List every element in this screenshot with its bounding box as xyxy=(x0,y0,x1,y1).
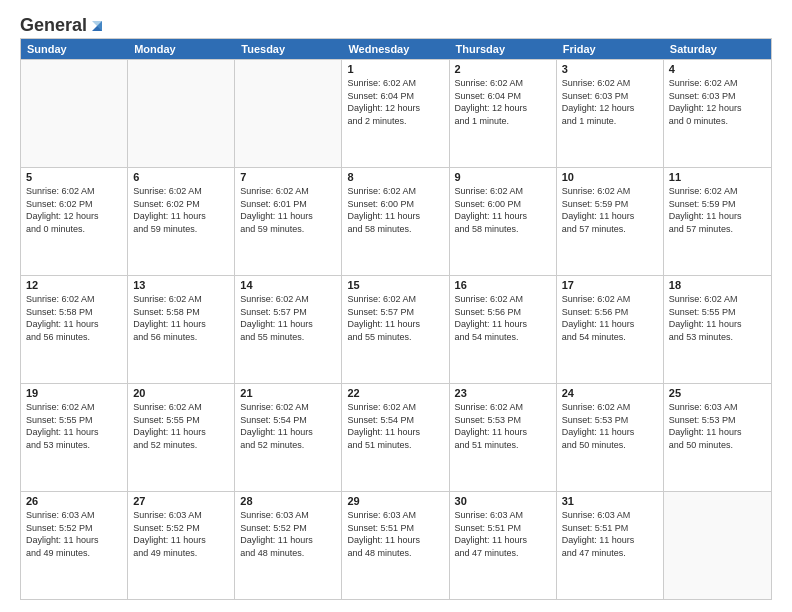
cal-cell: 28Sunrise: 6:03 AMSunset: 5:52 PMDayligh… xyxy=(235,492,342,599)
day-number: 17 xyxy=(562,279,658,291)
cal-cell: 5Sunrise: 6:02 AMSunset: 6:02 PMDaylight… xyxy=(21,168,128,275)
day-number: 22 xyxy=(347,387,443,399)
day-number: 2 xyxy=(455,63,551,75)
day-number: 18 xyxy=(669,279,766,291)
cell-info: Sunrise: 6:02 AMSunset: 6:04 PMDaylight:… xyxy=(347,77,443,127)
cell-info: Sunrise: 6:03 AMSunset: 5:52 PMDaylight:… xyxy=(26,509,122,559)
day-number: 29 xyxy=(347,495,443,507)
day-number: 9 xyxy=(455,171,551,183)
day-number: 6 xyxy=(133,171,229,183)
day-number: 24 xyxy=(562,387,658,399)
cal-cell: 18Sunrise: 6:02 AMSunset: 5:55 PMDayligh… xyxy=(664,276,771,383)
cal-cell: 4Sunrise: 6:02 AMSunset: 6:03 PMDaylight… xyxy=(664,60,771,167)
day-number: 14 xyxy=(240,279,336,291)
cell-info: Sunrise: 6:02 AMSunset: 5:55 PMDaylight:… xyxy=(133,401,229,451)
cal-cell xyxy=(664,492,771,599)
header-day-friday: Friday xyxy=(557,39,664,59)
day-number: 28 xyxy=(240,495,336,507)
logo-general-text: General xyxy=(20,16,87,34)
cal-cell: 6Sunrise: 6:02 AMSunset: 6:02 PMDaylight… xyxy=(128,168,235,275)
day-number: 16 xyxy=(455,279,551,291)
logo-icon xyxy=(88,15,106,33)
cell-info: Sunrise: 6:02 AMSunset: 6:03 PMDaylight:… xyxy=(562,77,658,127)
calendar: SundayMondayTuesdayWednesdayThursdayFrid… xyxy=(20,38,772,600)
day-number: 7 xyxy=(240,171,336,183)
cal-cell: 9Sunrise: 6:02 AMSunset: 6:00 PMDaylight… xyxy=(450,168,557,275)
cal-cell: 2Sunrise: 6:02 AMSunset: 6:04 PMDaylight… xyxy=(450,60,557,167)
cell-info: Sunrise: 6:03 AMSunset: 5:51 PMDaylight:… xyxy=(562,509,658,559)
cal-cell: 7Sunrise: 6:02 AMSunset: 6:01 PMDaylight… xyxy=(235,168,342,275)
cal-cell: 3Sunrise: 6:02 AMSunset: 6:03 PMDaylight… xyxy=(557,60,664,167)
cal-cell: 11Sunrise: 6:02 AMSunset: 5:59 PMDayligh… xyxy=(664,168,771,275)
cal-cell: 13Sunrise: 6:02 AMSunset: 5:58 PMDayligh… xyxy=(128,276,235,383)
cal-cell: 19Sunrise: 6:02 AMSunset: 5:55 PMDayligh… xyxy=(21,384,128,491)
cal-cell: 31Sunrise: 6:03 AMSunset: 5:51 PMDayligh… xyxy=(557,492,664,599)
cal-cell: 1Sunrise: 6:02 AMSunset: 6:04 PMDaylight… xyxy=(342,60,449,167)
cal-cell: 15Sunrise: 6:02 AMSunset: 5:57 PMDayligh… xyxy=(342,276,449,383)
day-number: 1 xyxy=(347,63,443,75)
cal-cell: 24Sunrise: 6:02 AMSunset: 5:53 PMDayligh… xyxy=(557,384,664,491)
cell-info: Sunrise: 6:02 AMSunset: 5:58 PMDaylight:… xyxy=(26,293,122,343)
week-row-5: 26Sunrise: 6:03 AMSunset: 5:52 PMDayligh… xyxy=(21,491,771,599)
cell-info: Sunrise: 6:02 AMSunset: 5:55 PMDaylight:… xyxy=(669,293,766,343)
cell-info: Sunrise: 6:02 AMSunset: 6:00 PMDaylight:… xyxy=(455,185,551,235)
header-day-tuesday: Tuesday xyxy=(235,39,342,59)
cal-cell: 26Sunrise: 6:03 AMSunset: 5:52 PMDayligh… xyxy=(21,492,128,599)
cell-info: Sunrise: 6:02 AMSunset: 5:59 PMDaylight:… xyxy=(669,185,766,235)
day-number: 23 xyxy=(455,387,551,399)
cal-cell: 30Sunrise: 6:03 AMSunset: 5:51 PMDayligh… xyxy=(450,492,557,599)
cell-info: Sunrise: 6:02 AMSunset: 6:04 PMDaylight:… xyxy=(455,77,551,127)
cell-info: Sunrise: 6:02 AMSunset: 5:56 PMDaylight:… xyxy=(562,293,658,343)
cal-cell: 29Sunrise: 6:03 AMSunset: 5:51 PMDayligh… xyxy=(342,492,449,599)
day-number: 11 xyxy=(669,171,766,183)
cal-cell: 14Sunrise: 6:02 AMSunset: 5:57 PMDayligh… xyxy=(235,276,342,383)
cell-info: Sunrise: 6:03 AMSunset: 5:53 PMDaylight:… xyxy=(669,401,766,451)
header: General xyxy=(20,16,772,30)
header-day-monday: Monday xyxy=(128,39,235,59)
day-number: 27 xyxy=(133,495,229,507)
cell-info: Sunrise: 6:03 AMSunset: 5:51 PMDaylight:… xyxy=(347,509,443,559)
day-number: 19 xyxy=(26,387,122,399)
cal-cell: 10Sunrise: 6:02 AMSunset: 5:59 PMDayligh… xyxy=(557,168,664,275)
cell-info: Sunrise: 6:02 AMSunset: 5:58 PMDaylight:… xyxy=(133,293,229,343)
cell-info: Sunrise: 6:02 AMSunset: 5:59 PMDaylight:… xyxy=(562,185,658,235)
header-day-thursday: Thursday xyxy=(450,39,557,59)
day-number: 25 xyxy=(669,387,766,399)
cal-cell: 25Sunrise: 6:03 AMSunset: 5:53 PMDayligh… xyxy=(664,384,771,491)
cal-cell: 21Sunrise: 6:02 AMSunset: 5:54 PMDayligh… xyxy=(235,384,342,491)
day-number: 13 xyxy=(133,279,229,291)
day-number: 10 xyxy=(562,171,658,183)
day-number: 15 xyxy=(347,279,443,291)
day-number: 3 xyxy=(562,63,658,75)
cell-info: Sunrise: 6:02 AMSunset: 5:57 PMDaylight:… xyxy=(240,293,336,343)
week-row-1: 1Sunrise: 6:02 AMSunset: 6:04 PMDaylight… xyxy=(21,59,771,167)
logo: General xyxy=(20,16,106,30)
cell-info: Sunrise: 6:02 AMSunset: 6:02 PMDaylight:… xyxy=(133,185,229,235)
week-row-2: 5Sunrise: 6:02 AMSunset: 6:02 PMDaylight… xyxy=(21,167,771,275)
cell-info: Sunrise: 6:03 AMSunset: 5:52 PMDaylight:… xyxy=(133,509,229,559)
cell-info: Sunrise: 6:02 AMSunset: 5:55 PMDaylight:… xyxy=(26,401,122,451)
cell-info: Sunrise: 6:02 AMSunset: 5:53 PMDaylight:… xyxy=(562,401,658,451)
day-number: 12 xyxy=(26,279,122,291)
day-number: 4 xyxy=(669,63,766,75)
day-number: 20 xyxy=(133,387,229,399)
cal-cell xyxy=(128,60,235,167)
cal-cell: 12Sunrise: 6:02 AMSunset: 5:58 PMDayligh… xyxy=(21,276,128,383)
cal-cell: 16Sunrise: 6:02 AMSunset: 5:56 PMDayligh… xyxy=(450,276,557,383)
cell-info: Sunrise: 6:03 AMSunset: 5:52 PMDaylight:… xyxy=(240,509,336,559)
cell-info: Sunrise: 6:02 AMSunset: 5:57 PMDaylight:… xyxy=(347,293,443,343)
header-day-saturday: Saturday xyxy=(664,39,771,59)
cell-info: Sunrise: 6:02 AMSunset: 6:01 PMDaylight:… xyxy=(240,185,336,235)
week-row-4: 19Sunrise: 6:02 AMSunset: 5:55 PMDayligh… xyxy=(21,383,771,491)
calendar-body: 1Sunrise: 6:02 AMSunset: 6:04 PMDaylight… xyxy=(21,59,771,599)
cal-cell xyxy=(235,60,342,167)
cell-info: Sunrise: 6:02 AMSunset: 5:54 PMDaylight:… xyxy=(240,401,336,451)
day-number: 30 xyxy=(455,495,551,507)
cell-info: Sunrise: 6:02 AMSunset: 5:54 PMDaylight:… xyxy=(347,401,443,451)
cal-cell: 20Sunrise: 6:02 AMSunset: 5:55 PMDayligh… xyxy=(128,384,235,491)
cell-info: Sunrise: 6:02 AMSunset: 6:03 PMDaylight:… xyxy=(669,77,766,127)
cal-cell: 27Sunrise: 6:03 AMSunset: 5:52 PMDayligh… xyxy=(128,492,235,599)
day-number: 31 xyxy=(562,495,658,507)
week-row-3: 12Sunrise: 6:02 AMSunset: 5:58 PMDayligh… xyxy=(21,275,771,383)
cell-info: Sunrise: 6:03 AMSunset: 5:51 PMDaylight:… xyxy=(455,509,551,559)
